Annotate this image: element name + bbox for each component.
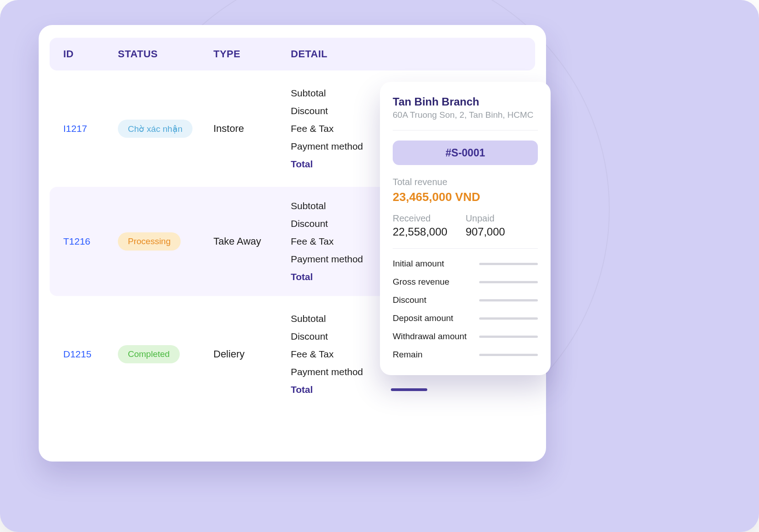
- metric-list: Initial amountGross revenueDiscountDepos…: [393, 259, 538, 360]
- order-type: Deliery: [213, 313, 291, 395]
- branch-name: Tan Binh Branch: [393, 95, 538, 108]
- order-type: Take Away: [213, 201, 291, 282]
- header-status: STATUS: [118, 48, 213, 60]
- value-bar: [391, 388, 427, 391]
- metric-label: Deposit amount: [393, 313, 470, 323]
- received-label: Received: [393, 213, 447, 224]
- metric-line: Initial amount: [393, 259, 538, 269]
- value-bar: [479, 263, 538, 265]
- status-pill: Chờ xác nhận: [118, 120, 192, 138]
- order-status: Completed: [118, 313, 213, 395]
- metric-label: Withdrawal amount: [393, 331, 470, 341]
- received-block: Received 22,558,000: [393, 213, 447, 238]
- value-bar: [479, 354, 538, 356]
- metric-line: Discount: [393, 295, 538, 305]
- metric-label: Initial amount: [393, 259, 470, 269]
- divider: [393, 130, 538, 130]
- received-value: 22,558,000: [393, 226, 447, 238]
- order-id[interactable]: T1216: [63, 201, 118, 282]
- received-unpaid-row: Received 22,558,000 Unpaid 907,000: [393, 213, 538, 238]
- detail-total: Total: [291, 384, 521, 395]
- metric-label: Gross revenue: [393, 277, 470, 287]
- metric-line: Deposit amount: [393, 313, 538, 323]
- divider: [393, 248, 538, 249]
- table-header: ID STATUS TYPE DETAIL: [50, 38, 535, 70]
- metric-label: Discount: [393, 295, 470, 305]
- status-pill: Processing: [118, 232, 181, 251]
- total-revenue-label: Total revenue: [393, 177, 538, 187]
- branch-address: 60A Truong Son, 2, Tan Binh, HCMC: [393, 110, 538, 120]
- order-status: Processing: [118, 201, 213, 282]
- value-bar: [479, 299, 538, 301]
- metric-line: Gross revenue: [393, 277, 538, 287]
- value-bar: [479, 336, 538, 338]
- total-revenue-value: 23,465,000 VND: [393, 190, 538, 204]
- value-bar: [479, 281, 538, 283]
- header-type: TYPE: [213, 48, 291, 60]
- metric-label: Remain: [393, 350, 470, 360]
- header-id: ID: [63, 48, 118, 60]
- order-status: Chờ xác nhận: [118, 88, 213, 170]
- unpaid-value: 907,000: [466, 226, 505, 238]
- value-bar: [479, 317, 538, 320]
- metric-line: Remain: [393, 350, 538, 360]
- metric-line: Withdrawal amount: [393, 331, 538, 341]
- session-id-pill[interactable]: #S-0001: [393, 141, 538, 165]
- status-pill: Completed: [118, 345, 180, 363]
- branch-summary-card: Tan Binh Branch 60A Truong Son, 2, Tan B…: [380, 82, 551, 375]
- unpaid-label: Unpaid: [466, 213, 505, 224]
- unpaid-block: Unpaid 907,000: [466, 213, 505, 238]
- header-detail: DETAIL: [291, 48, 521, 60]
- order-type: Instore: [213, 88, 291, 170]
- canvas: ID STATUS TYPE DETAIL I1217 Chờ xác nhận…: [0, 0, 759, 532]
- order-id[interactable]: I1217: [63, 88, 118, 170]
- order-id[interactable]: D1215: [63, 313, 118, 395]
